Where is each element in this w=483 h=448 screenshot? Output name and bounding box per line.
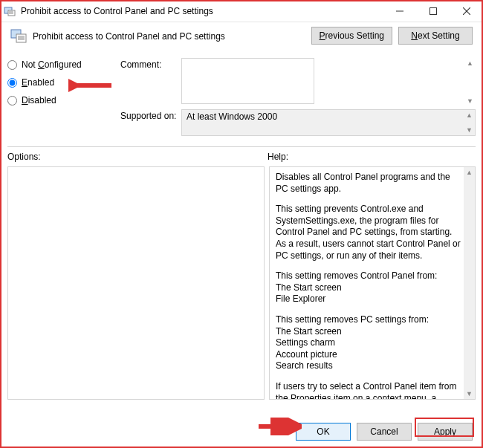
maximize-button[interactable] — [416, 0, 450, 22]
radio-enabled[interactable] — [7, 78, 17, 88]
ok-button[interactable]: OK — [296, 423, 351, 441]
policy-title: Prohibit access to Control Panel and PC … — [30, 30, 311, 42]
help-p2: This setting prevents Control.exe and Sy… — [276, 204, 461, 262]
options-pane — [7, 166, 265, 400]
supported-scrollbar: ▲ ▼ — [464, 110, 475, 135]
previous-setting-button[interactable]: Previous Setting — [311, 27, 392, 45]
radio-disabled-label[interactable]: Disabled — [22, 95, 56, 105]
help-p4b: The Start screen — [276, 326, 461, 338]
help-p1: Disables all Control Panel programs and … — [276, 172, 461, 195]
window-title: Prohibit access to Control Panel and PC … — [19, 6, 383, 16]
supported-on-value: At least Windows 2000 ▲ ▼ — [181, 109, 476, 136]
prev-label-rest: revious Setting — [325, 30, 384, 41]
help-scrollbar[interactable]: ▲ ▼ — [464, 167, 475, 399]
close-button[interactable] — [450, 0, 483, 22]
help-p3c: File Explorer — [276, 293, 461, 305]
help-p4e: Search results — [276, 360, 461, 372]
help-p5: If users try to select a Control Panel i… — [276, 381, 461, 400]
state-radio-group: Not Configured Enabled Disabled — [7, 58, 119, 105]
comment-textarea[interactable] — [181, 58, 314, 104]
window-icon — [0, 0, 19, 22]
help-p4a: This setting removes PC settings from: — [276, 314, 461, 326]
scroll-down-icon: ▼ — [466, 389, 473, 399]
minimize-button[interactable] — [383, 0, 416, 22]
scroll-down-icon: ▼ — [466, 125, 473, 135]
scroll-up-icon: ▲ — [466, 110, 473, 120]
help-pane[interactable]: Disables all Control Panel programs and … — [269, 166, 476, 400]
help-p3a: This setting removes Control Panel from: — [276, 270, 461, 282]
titlebar: Prohibit access to Control Panel and PC … — [0, 0, 483, 22]
svg-rect-5 — [429, 7, 436, 14]
radio-not-configured[interactable] — [7, 60, 17, 70]
help-p4d: Account picture — [276, 349, 461, 361]
apply-button[interactable]: Apply — [418, 423, 473, 441]
next-setting-button[interactable]: Next Setting — [398, 27, 473, 45]
help-p4c: Settings charm — [276, 337, 461, 349]
next-label-rest: ext Setting — [418, 30, 460, 41]
supported-on-text: At least Windows 2000 — [187, 111, 277, 122]
radio-disabled[interactable] — [7, 96, 17, 105]
policy-icon — [7, 27, 30, 44]
radio-enabled-label[interactable]: Enabled — [22, 77, 54, 88]
scroll-up-icon: ▲ — [466, 167, 473, 178]
cancel-button[interactable]: Cancel — [357, 423, 412, 441]
supported-on-label: Supported on: — [120, 109, 180, 121]
apply-rest: pply — [440, 426, 456, 437]
help-p3b: The Start screen — [276, 282, 461, 294]
scroll-up-icon: ▲ — [467, 58, 473, 68]
comment-label: Comment: — [120, 58, 180, 70]
radio-not-configured-label[interactable]: Not Configured — [22, 59, 82, 70]
annotation-arrow-ok — [257, 418, 302, 435]
options-label: Options: — [7, 152, 268, 162]
comment-scrollbar[interactable]: ▲ ▼ — [464, 58, 476, 106]
divider — [7, 146, 476, 147]
help-label: Help: — [268, 152, 476, 162]
scroll-down-icon: ▼ — [467, 96, 473, 106]
